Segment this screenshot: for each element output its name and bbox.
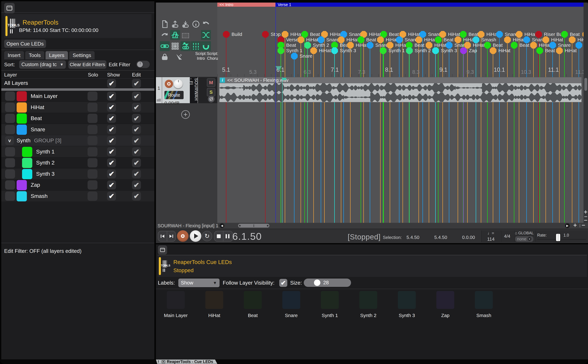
layer-row[interactable]: Snare✔✔ xyxy=(1,124,154,135)
layer-show-checkbox[interactable]: ✔ xyxy=(107,158,116,167)
media-item-header[interactable]: i<< SOURWAH - Flexing.wav xyxy=(219,77,581,83)
solo-button[interactable]: S xyxy=(207,88,215,96)
group-collapse-button[interactable]: v xyxy=(5,136,14,145)
layer-show-checkbox[interactable]: ✔ xyxy=(107,192,116,201)
layer-color-swatch[interactable] xyxy=(17,191,27,202)
track-volume-readout[interactable]: 0.00dB xyxy=(164,100,180,106)
layer-solo-checkbox[interactable] xyxy=(88,191,98,201)
mute-button[interactable]: M xyxy=(207,78,215,87)
save-project-icon[interactable] xyxy=(170,19,180,29)
layer-color-swatch[interactable] xyxy=(22,147,32,157)
layer-edit-checkbox[interactable]: ✔ xyxy=(132,158,141,167)
layer-show-checkbox[interactable]: ✔ xyxy=(107,147,116,156)
repeat-button[interactable]: ↻ xyxy=(202,231,212,241)
layer-show-checkbox[interactable]: ✔ xyxy=(107,125,116,134)
layer-edit-checkbox[interactable]: ✔ xyxy=(132,125,141,134)
all-layers-edit-checkbox[interactable]: ✔ xyxy=(132,79,141,88)
cue-marker[interactable]: HiHat xyxy=(556,47,577,54)
folder-icon[interactable] xyxy=(157,99,161,102)
layer-show-checkbox[interactable]: ✔ xyxy=(107,103,116,112)
cue-marker[interactable]: HiHat xyxy=(490,47,510,54)
cue-marker[interactable]: Synth 1 xyxy=(380,47,405,54)
pause-button[interactable] xyxy=(223,231,232,241)
layer-solo-checkbox[interactable] xyxy=(88,114,98,123)
global-automation-box[interactable]: ⌂ GLOBAL none▼ xyxy=(514,230,534,242)
layer-solo-checkbox[interactable] xyxy=(88,147,98,156)
layer-row[interactable]: Beat✔✔ xyxy=(1,113,154,124)
layer-edit-checkbox[interactable]: ✔ xyxy=(132,136,141,145)
follow-visibility-checkbox[interactable]: ✔ xyxy=(279,279,287,287)
layer-edit-checkbox[interactable]: ✔ xyxy=(132,192,141,201)
layer-show-checkbox[interactable]: ✔ xyxy=(107,136,116,145)
layer-solo-checkbox[interactable] xyxy=(88,180,98,190)
track-name-vertical[interactable]: SOURWAH - Fl xyxy=(190,77,197,103)
zoom-in-vertical-icon[interactable]: + xyxy=(584,208,587,215)
layer-solo-checkbox[interactable] xyxy=(88,125,98,134)
info-icon[interactable] xyxy=(191,19,201,29)
cue-marker[interactable]: Snare xyxy=(575,42,583,49)
cue-marker[interactable]: Beat xyxy=(511,42,529,49)
tab-settings[interactable]: Settings xyxy=(69,51,95,59)
layer-show-checkbox[interactable]: ✔ xyxy=(107,181,116,189)
volume-knob[interactable] xyxy=(174,79,183,88)
alert-tab[interactable]: ! xyxy=(156,359,161,364)
region-verse[interactable]: Verse 1 xyxy=(275,3,583,7)
lock-icon[interactable] xyxy=(160,52,170,62)
grid-icon[interactable] xyxy=(170,41,180,51)
cue-marker[interactable]: Snare xyxy=(291,53,312,59)
automation-mode-dropdown[interactable]: none▼ xyxy=(515,236,533,242)
tab-insert[interactable]: Insert xyxy=(4,51,24,59)
layer-edit-checkbox[interactable]: ✔ xyxy=(132,147,141,156)
edit-cursor-flag[interactable] xyxy=(282,78,286,80)
layer-show-checkbox[interactable]: ✔ xyxy=(107,92,116,101)
media-item[interactable]: i<< SOURWAH - Flexing.wav xyxy=(219,77,581,102)
zoom-in-horizontal-icon[interactable]: + xyxy=(573,222,577,229)
dock-window-button[interactable] xyxy=(4,3,15,13)
add-track-button[interactable]: + xyxy=(181,110,190,119)
layer-edit-checkbox[interactable]: ✔ xyxy=(132,103,141,112)
zoom-center-icon[interactable]: ▶ xyxy=(565,223,570,228)
dock-window-button-2[interactable] xyxy=(158,245,167,255)
go-to-start-button[interactable] xyxy=(158,231,167,241)
cue-marker[interactable]: Synth 3 xyxy=(432,47,457,54)
layer-color-swatch[interactable] xyxy=(22,169,32,179)
layer-solo-checkbox[interactable] xyxy=(88,169,98,179)
layer-color-swatch[interactable] xyxy=(17,91,27,101)
tab-tools[interactable]: Tools xyxy=(25,51,44,59)
marquee-select-icon[interactable] xyxy=(181,31,190,41)
link-icon[interactable] xyxy=(160,41,170,51)
all-layers-row[interactable]: All Layers ✔ ✔ xyxy=(1,79,154,88)
labels-dropdown[interactable]: Show▼ xyxy=(178,279,220,287)
layer-select-checkbox[interactable] xyxy=(5,103,15,112)
item-info-badge[interactable]: i xyxy=(220,78,225,83)
layer-show-checkbox[interactable]: ✔ xyxy=(107,114,116,123)
layer-row[interactable]: Synth 3✔✔ xyxy=(1,169,154,180)
layer-group-row[interactable]: vSynthGROUP [3]✔✔ xyxy=(1,135,154,146)
new-project-icon[interactable] xyxy=(160,19,170,29)
layer-solo-checkbox[interactable] xyxy=(88,136,98,145)
rate-slider-track[interactable] xyxy=(537,239,586,240)
selection-length[interactable]: 0.0.00 xyxy=(462,235,475,240)
stop-button[interactable] xyxy=(215,231,223,241)
route-button[interactable]: Route xyxy=(164,91,183,99)
layer-color-swatch[interactable] xyxy=(22,158,32,168)
layer-edit-checkbox[interactable]: ✔ xyxy=(132,169,141,178)
sort-dropdown[interactable]: Custom (drag tc ▼ xyxy=(19,60,66,69)
open-project-icon[interactable] xyxy=(181,19,190,29)
script-intro-button[interactable]: Script:Intro xyxy=(195,51,206,61)
layer-edit-checkbox[interactable]: ✔ xyxy=(132,114,141,123)
selection-start[interactable]: 5.4.50 xyxy=(406,235,419,240)
layer-edit-checkbox[interactable]: ✔ xyxy=(132,92,141,101)
layer-edit-checkbox[interactable]: ✔ xyxy=(132,181,141,189)
layer-color-swatch[interactable] xyxy=(17,124,27,135)
hscroll-thumb[interactable] xyxy=(238,224,269,228)
layer-color-swatch[interactable] xyxy=(17,102,27,113)
layer-row[interactable]: Main Layer✔✔ xyxy=(1,91,154,102)
go-to-end-button[interactable] xyxy=(167,231,176,241)
clear-edit-filters-button[interactable]: Clear Edit Filters xyxy=(68,60,106,69)
edit-filter-toggle[interactable] xyxy=(136,61,150,68)
layer-show-checkbox[interactable]: ✔ xyxy=(107,169,116,178)
layer-color-swatch[interactable] xyxy=(17,113,27,124)
script-chorus-button[interactable]: Script:Choru xyxy=(206,51,219,61)
all-layers-show-checkbox[interactable]: ✔ xyxy=(107,79,116,88)
